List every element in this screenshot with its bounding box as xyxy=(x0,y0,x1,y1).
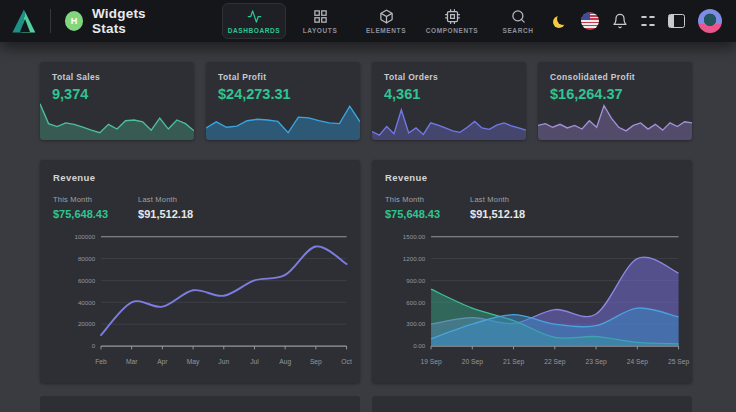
brand-divider xyxy=(50,9,51,33)
brand: H Widgets Stats xyxy=(12,6,176,36)
partial-card xyxy=(40,396,360,412)
svg-text:0: 0 xyxy=(92,342,96,349)
svg-text:100000: 100000 xyxy=(74,233,95,240)
last-month-label: Last Month xyxy=(470,195,525,204)
nav-item-search[interactable]: SEARCH xyxy=(486,3,550,39)
total-orders-card: Total Orders 4,361 xyxy=(372,62,526,140)
svg-text:25 Sep: 25 Sep xyxy=(668,358,690,366)
nav-label: ELEMENTS xyxy=(366,27,406,34)
orders-sparkline-chart xyxy=(372,100,526,140)
nav-label: DASHBOARDS xyxy=(228,27,281,34)
stat-title: Consolidated Profit xyxy=(538,62,692,82)
this-month-value: $75,648.43 xyxy=(53,208,108,220)
svg-text:900.00: 900.00 xyxy=(406,277,426,284)
consolidated-sparkline-chart xyxy=(538,100,692,140)
svg-text:22 Sep: 22 Sep xyxy=(544,358,566,366)
consolidated-profit-card: Consolidated Profit $16,264.37 xyxy=(538,62,692,140)
nav-item-layouts[interactable]: LAYOUTS xyxy=(288,3,352,39)
page-title: Widgets Stats xyxy=(92,6,176,36)
total-profit-card: Total Profit $24,273.31 xyxy=(206,62,360,140)
svg-text:Aug: Aug xyxy=(279,358,291,366)
stat-cards-row: Total Sales 9,374 Total Profit $24,273.3… xyxy=(40,62,692,140)
stat-value: 4,361 xyxy=(372,82,526,102)
search-icon xyxy=(511,9,526,24)
workspace-avatar[interactable]: H xyxy=(65,11,83,31)
dashboard-content: Total Sales 9,374 Total Profit $24,273.3… xyxy=(0,42,736,412)
svg-text:1500.00: 1500.00 xyxy=(403,233,426,240)
svg-text:Apr: Apr xyxy=(157,358,168,366)
svg-text:1200.00: 1200.00 xyxy=(403,255,426,262)
partial-card xyxy=(372,396,692,412)
sidebar-toggle-icon[interactable] xyxy=(668,14,685,28)
this-month-value: $75,648.43 xyxy=(385,208,440,220)
stat-title: Total Orders xyxy=(372,62,526,82)
user-avatar[interactable] xyxy=(698,9,722,33)
nav-item-dashboards[interactable]: DASHBOARDS xyxy=(222,3,286,39)
svg-text:Sep: Sep xyxy=(310,358,322,366)
svg-text:19 Sep: 19 Sep xyxy=(420,358,442,366)
svg-text:60000: 60000 xyxy=(78,277,96,284)
stat-title: Total Sales xyxy=(40,62,194,82)
stat-value: $16,264.37 xyxy=(538,82,692,102)
this-month-label: This Month xyxy=(385,195,440,204)
this-month-label: This Month xyxy=(53,195,108,204)
stat-value: 9,374 xyxy=(40,82,194,102)
main-nav: DASHBOARDS LAYOUTS ELEMENTS COMPONENTS S… xyxy=(222,3,550,39)
app-logo-icon[interactable] xyxy=(12,9,36,33)
revenue-cards-row: Revenue This Month $75,648.43 Last Month… xyxy=(40,160,692,383)
top-navbar: H Widgets Stats DASHBOARDS LAYOUTS ELEME… xyxy=(0,0,736,42)
nav-label: SEARCH xyxy=(502,27,533,34)
last-month-value: $91,512.18 xyxy=(138,208,193,220)
revenue-area-card: Revenue This Month $75,648.43 Last Month… xyxy=(372,160,692,383)
last-month-label: Last Month xyxy=(138,195,193,204)
notifications-bell-icon[interactable] xyxy=(612,13,628,29)
svg-text:23 Sep: 23 Sep xyxy=(585,358,607,366)
apps-grid-icon[interactable] xyxy=(641,14,655,28)
svg-text:Mar: Mar xyxy=(126,358,138,365)
svg-text:300.00: 300.00 xyxy=(406,320,426,327)
total-sales-card: Total Sales 9,374 xyxy=(40,62,194,140)
card-title: Revenue xyxy=(385,172,692,183)
layout-grid-icon xyxy=(313,9,328,24)
revenue-line-chart: 020000400006000080000100000FebMarAprMayJ… xyxy=(53,226,360,374)
nav-label: LAYOUTS xyxy=(303,27,338,34)
svg-text:600.00: 600.00 xyxy=(406,299,426,306)
svg-text:24 Sep: 24 Sep xyxy=(627,358,649,366)
revenue-line-card: Revenue This Month $75,648.43 Last Month… xyxy=(40,160,360,383)
svg-text:0.00: 0.00 xyxy=(413,342,426,349)
svg-text:Jul: Jul xyxy=(250,358,259,365)
stat-value: $24,273.31 xyxy=(206,82,360,102)
dark-mode-moon-icon[interactable] xyxy=(550,12,568,30)
nav-item-components[interactable]: COMPONENTS xyxy=(420,3,484,39)
profit-sparkline-chart xyxy=(206,100,360,140)
svg-text:May: May xyxy=(187,358,200,366)
last-month-value: $91,512.18 xyxy=(470,208,525,220)
navbar-right xyxy=(550,9,726,33)
svg-text:20 Sep: 20 Sep xyxy=(462,358,484,366)
nav-label: COMPONENTS xyxy=(426,27,479,34)
card-title: Revenue xyxy=(53,172,360,183)
svg-text:40000: 40000 xyxy=(78,299,96,306)
svg-text:Jun: Jun xyxy=(218,358,229,365)
box-icon xyxy=(379,9,394,24)
activity-icon xyxy=(247,9,262,24)
us-flag-icon[interactable] xyxy=(581,12,599,30)
svg-text:80000: 80000 xyxy=(78,255,96,262)
sales-sparkline-chart xyxy=(40,100,194,140)
stat-title: Total Profit xyxy=(206,62,360,82)
svg-text:Oct: Oct xyxy=(341,358,352,365)
svg-text:21 Sep: 21 Sep xyxy=(503,358,525,366)
svg-text:Feb: Feb xyxy=(95,358,107,365)
cpu-icon xyxy=(445,9,460,24)
bottom-cards-row xyxy=(40,396,692,412)
svg-text:20000: 20000 xyxy=(78,320,96,327)
revenue-area-chart: 0.00300.00600.00900.001200.001500.0019 S… xyxy=(385,226,692,374)
nav-item-elements[interactable]: ELEMENTS xyxy=(354,3,418,39)
